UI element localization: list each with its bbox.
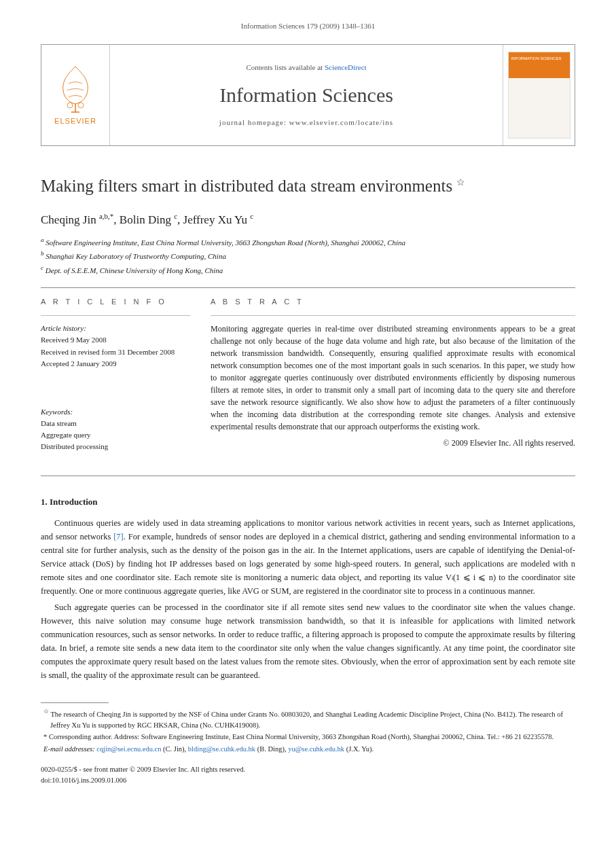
info-abstract-row: A R T I C L E I N F O Article history: R…: [41, 296, 575, 462]
journal-homepage: journal homepage: www.elsevier.com/locat…: [110, 117, 503, 128]
divider-top: [41, 287, 575, 288]
journal-cover-thumbnail: INFORMATION SCIENCES: [508, 52, 570, 139]
title-footnote-star: ☆: [456, 177, 465, 187]
journal-cover-thumb-wrap: INFORMATION SCIENCES: [503, 45, 575, 145]
email-who-2: (B. Ding),: [255, 745, 288, 753]
email-link-yu[interactable]: yu@se.cuhk.edu.hk: [288, 745, 344, 753]
affiliation-c: c Dept. of S.E.E.M, Chinese University o…: [41, 263, 575, 276]
journal-header-box: ELSEVIER Contents lists available at Sci…: [41, 44, 575, 146]
abstract-heading: A B S T R A C T: [211, 296, 575, 308]
article-history-block: Article history: Received 9 May 2008 Rec…: [41, 323, 190, 369]
footnote-divider: [41, 702, 109, 703]
footnotes-block: ☆ The research of Cheqing Jin is support…: [41, 707, 575, 755]
intro-paragraph-1: Continuous queries are widely used in da…: [41, 516, 575, 598]
footnote-emails: E-mail addresses: cqjin@sei.ecnu.edu.cn …: [41, 744, 575, 755]
intro-paragraph-2: Such aggregate queries can be processed …: [41, 601, 575, 682]
history-revised: Received in revised form 31 December 200…: [41, 346, 190, 358]
abstract-copyright: © 2009 Elsevier Inc. All rights reserved…: [211, 437, 575, 449]
divider-bottom: [41, 476, 575, 476]
article-title: Making filters smart in distributed data…: [41, 173, 575, 199]
article-title-text: Making filters smart in distributed data…: [41, 177, 452, 195]
footnote-corresponding: * Corresponding author. Address: Softwar…: [41, 732, 575, 742]
doi-line: doi:10.1016/j.ins.2009.01.006: [41, 775, 575, 786]
history-accepted: Accepted 2 January 2009: [41, 358, 190, 370]
affiliation-b: b Shanghai Key Laboratory of Trustworthy…: [41, 249, 575, 262]
section-1-heading: 1. Introduction: [41, 495, 575, 509]
elsevier-tree-icon: [55, 63, 96, 114]
bottom-publication-info: 0020-0255/$ - see front matter © 2009 El…: [41, 764, 575, 786]
article-info-heading: A R T I C L E I N F O: [41, 296, 190, 308]
contents-prefix: Contents lists available at: [246, 63, 324, 71]
keyword-3: Distributed processing: [41, 441, 190, 452]
elsevier-logo-block: ELSEVIER: [41, 45, 109, 145]
abstract-text: Monitoring aggregate queries in real-tim…: [211, 323, 575, 433]
article-info-column: A R T I C L E I N F O Article history: R…: [41, 296, 190, 462]
history-received: Received 9 May 2008: [41, 334, 190, 346]
sciencedirect-link[interactable]: ScienceDirect: [325, 63, 367, 71]
email-link-ding[interactable]: blding@se.cuhk.edu.hk: [188, 745, 255, 753]
keyword-1: Data stream: [41, 418, 190, 429]
email-label: E-mail addresses:: [43, 745, 96, 753]
svg-point-1: [78, 103, 84, 108]
abstract-column: A B S T R A C T Monitoring aggregate que…: [211, 296, 575, 462]
running-header: Information Sciences 179 (2009) 1348–136…: [41, 20, 575, 32]
email-who-1: (C. Jin),: [161, 745, 187, 753]
svg-point-0: [67, 103, 73, 108]
para1-after-ref: . For example, hundreds of sensor nodes …: [41, 532, 575, 596]
elsevier-label: ELSEVIER: [54, 115, 96, 127]
contents-available-line: Contents lists available at ScienceDirec…: [110, 62, 503, 73]
article-history-label: Article history:: [41, 323, 190, 334]
email-link-jin[interactable]: cqjin@sei.ecnu.edu.cn: [96, 745, 161, 753]
authors-line: Cheqing Jin a,b,*, Bolin Ding c, Jeffrey…: [41, 211, 575, 228]
affiliations: a Software Engineering Institute, East C…: [41, 235, 575, 276]
cover-thumb-title: INFORMATION SCIENCES: [511, 56, 567, 61]
journal-center-info: Contents lists available at ScienceDirec…: [109, 45, 503, 145]
keywords-label: Keywords:: [41, 406, 190, 418]
keyword-2: Aggregate query: [41, 429, 190, 441]
affiliation-a: a Software Engineering Institute, East C…: [41, 235, 575, 249]
keywords-block: Keywords: Data stream Aggregate query Di…: [41, 406, 190, 452]
citation-7-link[interactable]: [7]: [113, 532, 124, 541]
journal-name: Information Sciences: [110, 79, 503, 110]
front-matter-line: 0020-0255/$ - see front matter © 2009 El…: [41, 764, 575, 775]
footnote-funding: ☆ The research of Cheqing Jin is support…: [41, 707, 575, 730]
email-who-3: (J.X. Yu).: [344, 745, 374, 753]
